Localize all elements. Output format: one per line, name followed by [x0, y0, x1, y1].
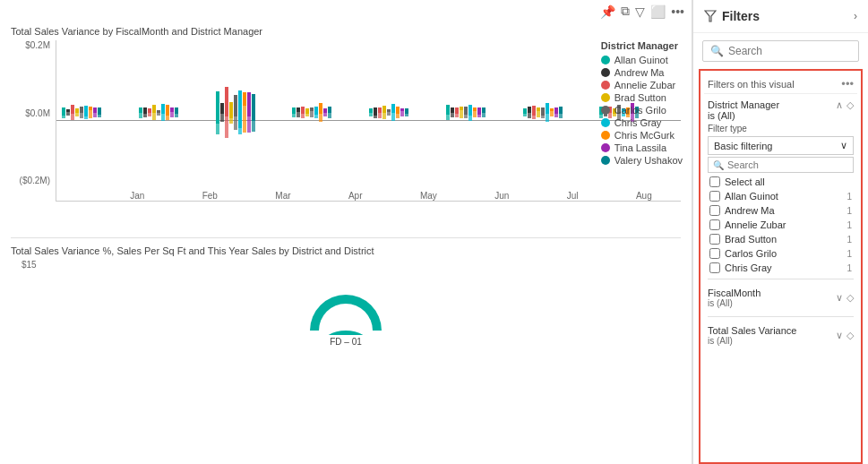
total-sales-chevron[interactable]: ∨ — [836, 330, 843, 341]
chart1-plot[interactable]: Jan Feb Mar Apr May Jun Jul Aug — [56, 40, 681, 202]
filter-item-2-label: Annelie Zubar — [725, 219, 786, 230]
chart1-legend: District Manager Allan GuinotAndrew MaAn… — [601, 40, 683, 168]
bar-group-6 — [523, 40, 599, 185]
bar-neg — [84, 116, 88, 118]
bar-neg — [468, 116, 472, 121]
y-label-mid: $0.0M — [25, 108, 50, 118]
filter-inner-search[interactable]: 🔍 — [708, 157, 854, 173]
bar-col — [247, 40, 251, 185]
bar-col — [152, 40, 156, 185]
bar-pos — [98, 107, 101, 115]
filter-checkbox-4[interactable] — [709, 248, 720, 259]
y-label-bot: ($0.2M) — [20, 176, 50, 185]
bar-pos — [238, 90, 242, 128]
bar-col — [446, 40, 450, 185]
legend-label-3: Brad Sutton — [614, 92, 666, 103]
total-sales-clear[interactable]: ◇ — [847, 330, 854, 341]
filter-item-0-count: 1 — [847, 192, 852, 202]
bar-col — [80, 40, 83, 185]
filter-icon[interactable]: ▽ — [635, 4, 645, 19]
district-manager-clear[interactable]: ◇ — [847, 99, 854, 111]
bar-neg — [446, 115, 450, 120]
legend-dot-2 — [601, 81, 610, 90]
filter-item-selectall-label: Select all — [725, 176, 765, 187]
bar-col — [396, 40, 400, 185]
legend-item-1: Andrew Ma — [601, 67, 683, 78]
legend-label-4: Carlos Grilo — [614, 105, 666, 116]
legend-label-6: Chris McGurk — [614, 130, 675, 141]
bar-col — [84, 40, 88, 185]
total-sales-is-all: is (All) — [708, 336, 796, 346]
bar-neg — [301, 114, 305, 118]
bar-pos — [528, 107, 531, 113]
bar-col — [314, 40, 318, 185]
filters-on-visual-label: Filters on this visual — [708, 79, 795, 90]
bar-group-4 — [369, 40, 445, 185]
bar-neg — [374, 116, 377, 118]
bar-neg — [378, 113, 382, 118]
bar-pos — [143, 107, 147, 114]
bar-neg — [148, 113, 151, 117]
bar-neg — [532, 116, 536, 120]
bar-col — [310, 40, 314, 185]
filter-item-4-count: 1 — [847, 249, 852, 259]
bar-col — [378, 40, 382, 185]
bar-col — [464, 40, 468, 185]
bar-neg — [559, 114, 563, 118]
bar-col — [477, 40, 481, 185]
bar-neg — [220, 114, 224, 122]
filter-type-dropdown[interactable]: Basic filtering ∨ — [708, 136, 854, 155]
legend-dot-3 — [601, 93, 610, 102]
chart2-ylabel: $15 — [21, 260, 37, 270]
bar-neg — [473, 111, 477, 117]
bar-pos — [396, 107, 400, 114]
bar-col — [166, 40, 169, 185]
pin-icon[interactable]: 📌 — [600, 4, 615, 19]
filter-checkbox-2[interactable] — [709, 219, 720, 230]
bar-neg — [143, 114, 147, 117]
bar-neg — [216, 124, 219, 134]
bar-neg — [152, 113, 156, 119]
bar-col — [170, 40, 174, 185]
filter-item-1-label: Andrew Ma — [725, 205, 775, 216]
filter-item-3: Brad Sutton 1 — [708, 232, 854, 246]
expand-icon[interactable]: ⬜ — [650, 4, 666, 19]
x-apr: Apr — [348, 191, 363, 201]
main-chart-area: 📌 ⧉ ▽ ⬜ ••• Total Sales Variance by Fisc… — [0, 0, 692, 464]
filter-checkbox-5[interactable] — [709, 262, 720, 273]
fiscal-month-section: FiscalMonth is (All) ∨ ◇ — [704, 283, 857, 313]
bar-neg — [550, 111, 554, 116]
chart2-container: Total Sales Variance %, Sales Per Sq Ft … — [0, 238, 692, 464]
legend-label-1: Andrew Ma — [614, 67, 665, 78]
filter-checkbox-0[interactable] — [709, 191, 720, 202]
filter-checkbox-3[interactable] — [709, 234, 720, 245]
bar-col — [296, 40, 300, 185]
district-manager-section: District Manager is (All) ∧ ◇ Filter typ… — [704, 96, 857, 275]
filters-search-box[interactable]: 🔍 — [702, 40, 859, 62]
filter-checkbox-selectall[interactable] — [709, 176, 720, 187]
bar-neg — [225, 116, 228, 138]
filters-search-input[interactable] — [728, 45, 851, 57]
bar-pos — [62, 107, 65, 116]
filters-panel-chevron[interactable]: › — [854, 10, 857, 22]
filters-on-visual-dots[interactable]: ••• — [841, 77, 854, 90]
bar-col — [93, 40, 97, 185]
more-icon[interactable]: ••• — [671, 4, 684, 19]
filter-checkbox-1[interactable] — [709, 205, 720, 216]
district-manager-chevron-up[interactable]: ∧ — [836, 99, 843, 111]
legend-dot-7 — [601, 143, 610, 152]
legend-dot-4 — [601, 106, 610, 115]
fiscal-month-clear[interactable]: ◇ — [847, 292, 854, 304]
copy-icon[interactable]: ⧉ — [621, 4, 630, 19]
bar-neg — [396, 114, 400, 118]
bar-neg — [546, 114, 549, 122]
filter-inner-search-input[interactable] — [727, 159, 848, 170]
fiscal-month-chevron[interactable]: ∨ — [836, 292, 843, 304]
x-jan: Jan — [130, 191, 144, 201]
bar-col — [400, 40, 404, 185]
bar-col — [229, 40, 233, 185]
bar-group-0 — [62, 40, 138, 185]
filter-item-1-count: 1 — [847, 206, 852, 216]
filters-panel: Filters › 🔍 Filters on this visual ••• D… — [692, 0, 868, 464]
chart1-title: Total Sales Variance by FiscalMonth and … — [11, 26, 681, 37]
